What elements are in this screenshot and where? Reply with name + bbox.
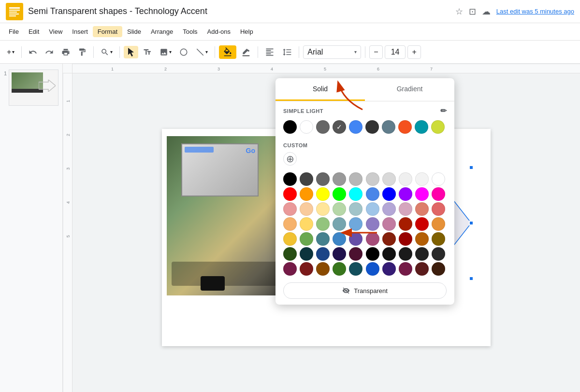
redo-button[interactable] — [42, 46, 57, 58]
color-swatch[interactable] — [382, 172, 396, 186]
color-swatch[interactable] — [300, 172, 313, 186]
color-swatch[interactable] — [432, 247, 445, 261]
handle-tr[interactable] — [469, 165, 474, 170]
line-spacing-button[interactable] — [279, 45, 295, 59]
color-swatch[interactable] — [399, 217, 412, 231]
color-swatch[interactable] — [349, 202, 362, 216]
font-size-decrease-button[interactable]: − — [369, 45, 382, 59]
font-selector[interactable]: Arial ▾ — [303, 45, 361, 59]
color-swatch[interactable] — [399, 187, 412, 201]
color-swatch[interactable] — [333, 262, 346, 276]
shape-button[interactable] — [176, 46, 191, 58]
color-swatch[interactable] — [300, 202, 313, 216]
simple-color-blue[interactable] — [349, 120, 362, 134]
color-swatch[interactable] — [382, 202, 396, 216]
color-swatch[interactable] — [283, 262, 297, 276]
undo-button[interactable] — [26, 46, 40, 58]
menu-tools[interactable]: Tools — [178, 26, 202, 37]
color-swatch[interactable] — [300, 262, 313, 276]
color-swatch[interactable] — [366, 232, 379, 246]
star-icon[interactable]: ☆ — [455, 6, 463, 17]
color-swatch[interactable] — [316, 217, 330, 231]
color-swatch[interactable] — [316, 202, 330, 216]
color-swatch[interactable] — [432, 232, 445, 246]
color-swatch[interactable] — [316, 247, 330, 261]
color-swatch[interactable] — [283, 247, 297, 261]
slide-thumbnail[interactable] — [9, 70, 58, 106]
menu-edit[interactable]: Edit — [24, 26, 44, 37]
color-swatch[interactable] — [316, 232, 330, 246]
transparent-button[interactable]: Transparent — [283, 282, 447, 299]
color-swatch[interactable] — [399, 247, 412, 261]
color-swatch[interactable] — [399, 172, 412, 186]
color-swatch[interactable] — [366, 262, 379, 276]
zoom-button[interactable]: ▾ — [98, 46, 116, 58]
color-swatch[interactable] — [366, 187, 379, 201]
textbox-button[interactable] — [140, 46, 155, 58]
color-swatch[interactable] — [283, 232, 297, 246]
color-swatch[interactable] — [349, 187, 362, 201]
color-swatch[interactable] — [366, 202, 379, 216]
color-swatch[interactable] — [415, 247, 429, 261]
format-paint-button[interactable] — [75, 46, 89, 58]
menu-view[interactable]: View — [44, 26, 67, 37]
color-swatch[interactable] — [349, 262, 362, 276]
simple-color-orange[interactable] — [398, 120, 412, 134]
color-swatch[interactable] — [399, 202, 412, 216]
color-swatch[interactable] — [283, 187, 297, 201]
color-swatch[interactable] — [366, 247, 379, 261]
color-swatch[interactable] — [316, 262, 330, 276]
handle-br[interactable] — [469, 276, 474, 281]
simple-color-gray-check[interactable] — [333, 120, 346, 134]
color-swatch[interactable] — [316, 172, 330, 186]
simple-color-black[interactable] — [283, 120, 297, 134]
simple-color-lime[interactable] — [431, 120, 445, 134]
font-size-display[interactable]: 14 — [385, 45, 406, 59]
color-swatch[interactable] — [349, 172, 362, 186]
color-swatch[interactable] — [432, 187, 445, 201]
color-swatch[interactable] — [300, 187, 313, 201]
simple-color-teal[interactable] — [415, 120, 428, 134]
color-swatch[interactable] — [349, 217, 362, 231]
color-swatch[interactable] — [415, 232, 429, 246]
color-swatch[interactable] — [415, 172, 429, 186]
color-swatch[interactable] — [349, 247, 362, 261]
color-swatch[interactable] — [349, 232, 362, 246]
image-button[interactable]: ▾ — [157, 46, 174, 58]
color-swatch[interactable] — [333, 202, 346, 216]
color-swatch[interactable] — [432, 217, 445, 231]
color-swatch[interactable] — [333, 172, 346, 186]
menu-slide[interactable]: Slide — [122, 26, 146, 37]
color-swatch[interactable] — [415, 187, 429, 201]
tab-gradient[interactable]: Gradient — [365, 78, 454, 101]
color-swatch[interactable] — [283, 172, 297, 186]
color-swatch[interactable] — [415, 262, 429, 276]
simple-color-bluegray[interactable] — [382, 120, 395, 134]
line-button[interactable]: ▾ — [193, 46, 211, 58]
align-left-button[interactable] — [262, 45, 277, 59]
print-button[interactable] — [58, 46, 73, 58]
drive-icon[interactable]: ⊡ — [469, 6, 476, 17]
menu-file[interactable]: File — [4, 26, 24, 37]
color-swatch[interactable] — [283, 217, 297, 231]
color-swatch[interactable] — [366, 172, 379, 186]
handle-mr[interactable] — [469, 221, 474, 225]
simple-color-charcoal[interactable] — [365, 120, 379, 134]
color-swatch[interactable] — [300, 247, 313, 261]
menu-insert[interactable]: Insert — [67, 26, 93, 37]
color-swatch[interactable] — [415, 217, 429, 231]
add-button[interactable]: + ▾ — [4, 46, 17, 58]
color-swatch[interactable] — [333, 232, 346, 246]
menu-help[interactable]: Help — [235, 26, 258, 37]
border-color-button[interactable] — [238, 45, 254, 59]
simple-color-darkgray[interactable] — [316, 120, 330, 134]
select-button[interactable] — [124, 46, 138, 58]
color-swatch[interactable] — [333, 247, 346, 261]
color-swatch[interactable] — [300, 217, 313, 231]
color-swatch[interactable] — [382, 262, 396, 276]
tab-solid[interactable]: Solid — [276, 78, 365, 101]
color-swatch[interactable] — [382, 217, 396, 231]
color-swatch[interactable] — [382, 247, 396, 261]
cloud-icon[interactable]: ☁ — [482, 6, 491, 17]
color-swatch[interactable] — [300, 232, 313, 246]
